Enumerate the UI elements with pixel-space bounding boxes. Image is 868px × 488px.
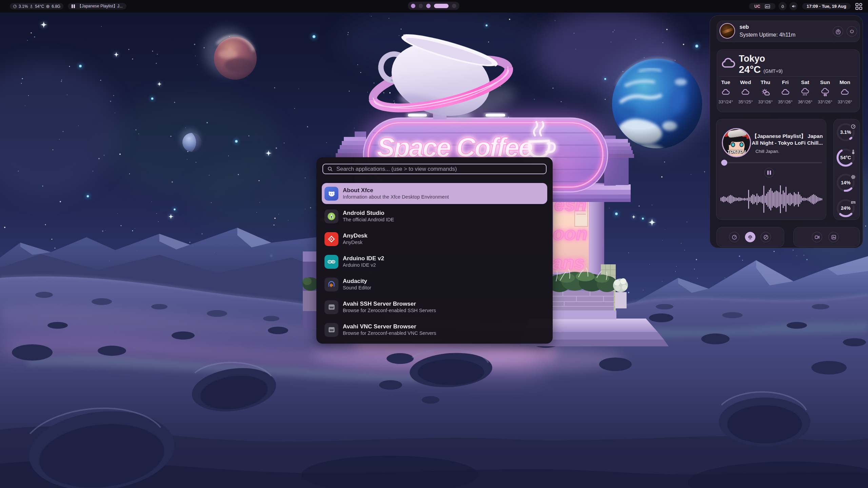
svg-text:ans: ans bbox=[552, 252, 585, 273]
svg-text:24%: 24% bbox=[841, 205, 851, 211]
svg-text:3.1%: 3.1% bbox=[840, 129, 851, 135]
svg-text:54°C: 54°C bbox=[840, 155, 851, 160]
svg-text:oon: oon bbox=[553, 223, 588, 244]
svg-text:14%: 14% bbox=[841, 180, 851, 185]
